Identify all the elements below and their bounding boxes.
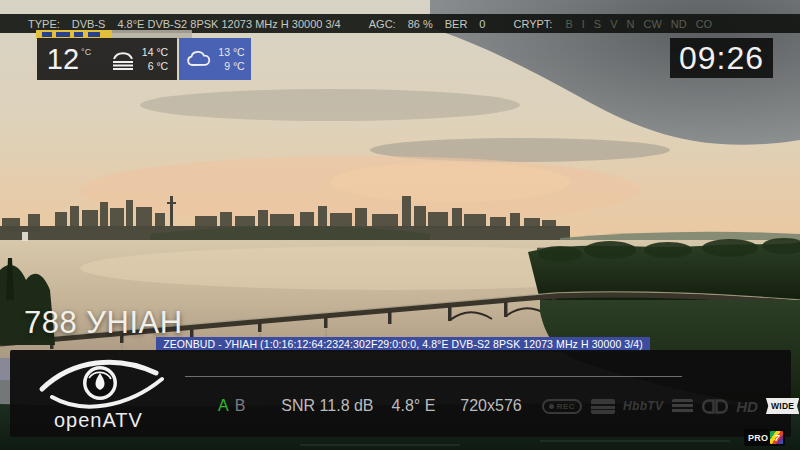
crypt-system: CO [696,18,713,30]
current-temperature: 12 °C [37,38,101,80]
crypt-system: CW [643,18,661,30]
infobar-panel: openATV A B SNR 11.8 dB 4.8° E 720x576 R… [10,350,791,437]
weather-widget: 12 °C 14 °C 6 °C [37,38,251,80]
agc-value: 86 % [408,18,433,30]
current-temp-unit: °C [81,47,91,57]
today-high-temp: 14 °C [142,47,168,58]
type-value: DVB-S [72,18,106,30]
fog-icon [110,49,136,70]
watermark-text: PRO [748,433,768,443]
weather-tomorrow: 13 °C 9 °C [179,38,251,80]
watermark-rainbow-logo: 7 [770,431,783,444]
crypt-system: ND [671,18,687,30]
weather-today: 14 °C 6 °C [101,38,177,80]
rec-icon: REC [542,399,582,414]
rec-label: REC [557,402,575,411]
crypt-system: B [565,18,572,30]
ber-value: 0 [479,18,485,30]
status-row: A B SNR 11.8 dB 4.8° E 720x576 REC HbbTV… [218,394,800,418]
agc-label: AGC: [369,18,396,30]
crypt-label: CRYPT: [513,18,552,30]
crypt-system: I [582,18,585,30]
openatv-eye-icon [28,351,178,411]
ber-label: BER [445,18,468,30]
openatv-logo: openATV [28,351,178,435]
tv-screen: TYPE: DVB-S 4.8°E DVB-S2 8PSK 12073 MHz … [0,0,800,450]
tomorrow-low-temp: 9 °C [224,61,245,72]
rec-dot [549,404,554,409]
ci-card-icon [591,399,615,414]
channel-name: 788 УНІАН [24,305,183,341]
snr-value: SNR 11.8 dB [281,397,373,415]
clock: 09:26 [670,38,773,78]
teletext-icon [672,399,693,414]
pro-tv-watermark: PRO 7 [744,429,785,446]
openatv-logo-text: openATV [54,409,143,432]
hd-icon: HD [736,398,758,415]
crypt-system: S [594,18,601,30]
cloud-icon [185,51,212,68]
type-label: TYPE: [28,18,60,30]
crypt-system: V [610,18,617,30]
video-resolution: 720x576 [460,397,521,415]
satellite-position: 4.8° E [392,397,436,415]
tuner-b-indicator: B [235,397,246,415]
transponder-value: 4.8°E DVB-S2 8PSK 12073 MHz H 30000 3/4 [117,18,340,30]
dolby-icon [702,399,728,414]
event-progress-line [185,376,682,377]
wide-icon: WIDE [766,398,799,414]
hbbtv-icon: HbbTV [623,399,663,413]
crypt-system: N [626,18,634,30]
tomorrow-high-temp: 13 °C [218,47,244,58]
tuner-a-indicator: A [218,397,229,415]
today-low-temp: 6 °C [148,61,169,72]
current-temp-value: 12 [47,38,79,80]
